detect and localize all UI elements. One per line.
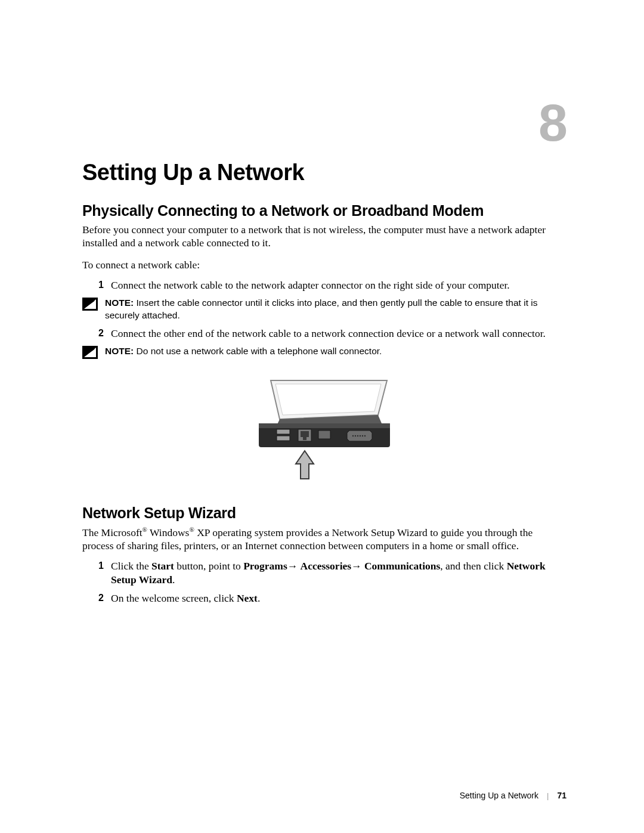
step-text: Click the Start button, point to Program… [111,559,566,587]
arrow-up-icon [296,451,314,479]
section-heading-wizard: Network Setup Wizard [82,504,566,522]
note-callout: NOTE: Do not use a network cable with a … [82,345,566,361]
arrow-separator: → [351,560,364,572]
laptop-illustration [247,374,402,488]
note-body: Do not use a network cable with a teleph… [134,346,382,356]
svg-point-20 [360,435,361,436]
procedure-list-1: 1 Connect the network cable to the netwo… [82,278,566,361]
svg-point-19 [357,435,358,436]
ui-name: Next [237,592,258,604]
note-icon [82,345,99,361]
note-label: NOTE: [105,346,134,356]
svg-marker-23 [296,451,314,479]
ui-name: Programs [243,560,287,572]
arrow-separator: → [287,560,301,572]
svg-rect-14 [301,431,309,437]
text-run: On the welcome screen, click [111,592,237,604]
note-icon [82,297,99,313]
page-footer: Setting Up a Network | 71 [82,791,566,800]
step-text: On the welcome screen, click Next. [111,592,566,605]
step-number: 1 [95,559,104,587]
wizard-intro: The Microsoft® Windows® XP operating sys… [82,525,566,553]
text-run: . [172,574,175,586]
list-item: 1 Connect the network cable to the netwo… [82,278,566,292]
laptop-port-figure [82,374,566,488]
chapter-title: Setting Up a Network [82,160,566,185]
text-run: , and then click [440,560,506,572]
lead-in-text: To connect a network cable: [82,258,566,271]
footer-section-title: Setting Up a Network [460,791,538,800]
footer-separator: | [547,791,549,800]
svg-point-18 [355,435,356,436]
list-item: 2 Connect the other end of the network c… [82,327,566,340]
chapter-number: 8 [538,92,566,153]
manual-page: 8 Setting Up a Network Physically Connec… [0,0,644,833]
ui-name: Accessories [301,560,352,572]
text-run: Click the [111,560,151,572]
list-item: 1 Click the Start button, point to Progr… [82,559,566,587]
step-number: 2 [95,327,104,340]
note-body: Insert the cable connector until it clic… [105,298,537,320]
svg-point-22 [364,435,366,436]
list-item: 2 On the welcome screen, click Next. [82,592,566,605]
note-label: NOTE: [105,298,134,308]
procedure-list-2: 1 Click the Start button, point to Progr… [82,559,566,605]
step-number: 1 [95,278,104,292]
text-run: button, point to [174,560,243,572]
note-text: NOTE: Insert the cable connector until i… [105,297,566,322]
intro-paragraph: Before you connect your computer to a ne… [82,223,566,250]
svg-point-21 [362,435,363,436]
ui-name: Start [151,560,174,572]
svg-rect-10 [259,423,390,428]
text-run: Windows [147,526,189,538]
footer-page-number: 71 [557,791,566,800]
section-heading-connecting: Physically Connecting to a Network or Br… [82,202,566,219]
svg-rect-12 [277,436,290,441]
svg-point-17 [352,435,354,436]
svg-rect-16 [318,431,330,439]
svg-rect-15 [303,437,306,440]
svg-marker-7 [275,384,381,415]
registered-mark: ® [189,526,194,533]
step-text: Connect the other end of the network cab… [111,327,566,340]
registered-mark: ® [143,526,147,533]
ui-name: Communications [364,560,440,572]
step-number: 2 [95,592,104,605]
step-text: Connect the network cable to the network… [111,278,566,292]
note-callout: NOTE: Insert the cable connector until i… [82,297,566,322]
note-text: NOTE: Do not use a network cable with a … [105,345,566,358]
text-run: . [258,592,260,604]
text-run: The Microsoft [82,526,143,538]
svg-rect-11 [277,429,290,434]
